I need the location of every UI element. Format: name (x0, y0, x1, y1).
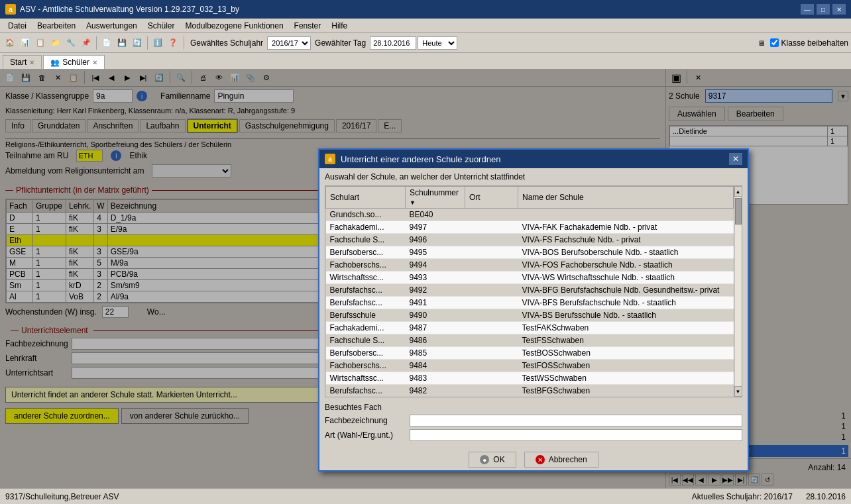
modal-row-1[interactable]: Fachakademi...9497VIVA-FAK Fachakademie … (326, 221, 734, 234)
toolbar-btn-help[interactable]: ❓ (166, 36, 180, 50)
tab-start-label: Start (10, 58, 27, 67)
modal-visited-title: Besuchtes Fach (325, 403, 742, 412)
modal-dialog: a Unterricht einer anderen Schule zuordn… (318, 148, 749, 472)
modal-fachbez-input[interactable] (410, 415, 742, 427)
modal-scrollbar: ▲ ▼ (734, 186, 742, 397)
modal-row-13[interactable]: Wirtschaftssc...9483TestWSSchwaben (326, 372, 734, 385)
ok-label: OK (493, 455, 504, 464)
klasse-beibehalten-checkbox[interactable] (770, 38, 779, 47)
modal-fachbez-label: Fachbezeichnung (325, 416, 404, 425)
toolbar-btn-info[interactable]: ℹ️ (150, 36, 165, 50)
modal-row-3[interactable]: Berufsobersc...9495VIVA-BOS Berufsobersc… (326, 246, 734, 259)
modal-title-bar: a Unterricht einer anderen Schule zuordn… (319, 150, 748, 168)
modal-row-0[interactable]: Grundsch.so...BE040 (326, 209, 734, 221)
modal-abbrechen-button[interactable]: ✕ Abbrechen (524, 452, 598, 468)
title-bar-left: a ASV - Amtliche Schulverwaltung Version… (5, 4, 239, 15)
modal-art-input[interactable] (410, 429, 742, 441)
tab-start[interactable]: Start ✕ (3, 55, 42, 69)
modal-row-9[interactable]: Fachakademi...9487TestFAKSchwaben (326, 322, 734, 334)
modal-buttons: ● OK ✕ Abbrechen (319, 449, 748, 470)
modal-subtitle: Auswahl der Schule, an welcher der Unter… (319, 168, 748, 185)
toolbar-btn-monitor[interactable]: 🖥 (754, 36, 769, 50)
toolbar: 🏠 📊 📋 📁 🔧 📌 📄 💾 🔄 ℹ️ ❓ Gewähltes Schulja… (0, 33, 851, 53)
modal-art-row: Art (Wahl-/Erg.unt.) (325, 429, 742, 441)
modal-col-schulnummer[interactable]: Schulnummer ▼ (406, 187, 465, 209)
cancel-icon: ✕ (536, 455, 545, 464)
menu-bearbeiten[interactable]: Bearbeiten (32, 20, 81, 32)
tab-schueler[interactable]: 👥 Schüler ✕ (43, 55, 105, 69)
modal-icon: a (325, 154, 335, 164)
modal-row-11[interactable]: Berufsobersc...9485TestBOSSchwaben (326, 347, 734, 360)
main-tabs-bar: Start ✕ 👥 Schüler ✕ (0, 53, 851, 69)
maximize-button[interactable]: □ (817, 4, 830, 15)
modal-fachbez-row: Fachbezeichnung (325, 415, 742, 427)
modal-art-label: Art (Wahl-/Erg.unt.) (325, 430, 404, 440)
toolbar-sep-2 (147, 36, 148, 50)
app-title: ASV - Amtliche Schulverwaltung Version 1… (20, 5, 239, 14)
tag-label: Gewählter Tag (315, 38, 366, 48)
title-bar: a ASV - Amtliche Schulverwaltung Version… (0, 0, 851, 19)
modal-table-inner: Schulart Schulnummer ▼ Ort Name der Schu… (325, 186, 734, 397)
status-bar: 9317/Schulleitung,Betreuer ASV Aktuelles… (0, 488, 851, 504)
modal-row-7[interactable]: Berufsfachsc...9491VIVA-BFS Berufsfachsc… (326, 297, 734, 309)
toolbar-btn-3[interactable]: 📋 (33, 36, 48, 50)
minimize-button[interactable]: — (801, 4, 814, 15)
tab-schueler-close[interactable]: ✕ (92, 59, 97, 66)
main-content: 📄 💾 🗑 ✕ 📋 |◀ ◀ ▶ ▶| 🔄 🔍 🖨 👁 📊 📎 ⚙ Klasse… (0, 69, 851, 488)
abbrechen-label: Abbrechen (549, 455, 587, 464)
scroll-thumb[interactable] (735, 198, 742, 225)
status-date: 28.10.2016 (806, 492, 846, 501)
toolbar-sep-3 (184, 36, 184, 50)
title-bar-controls: — □ ✕ (801, 4, 846, 15)
tab-schueler-label: Schüler (62, 58, 89, 67)
menu-modulbezogene[interactable]: Modulbezogene Funktionen (180, 20, 288, 32)
toolbar-btn-6[interactable]: 📌 (79, 36, 93, 50)
schueler-icon: 👥 (50, 58, 60, 67)
status-left: 9317/Schulleitung,Betreuer ASV (5, 492, 119, 501)
modal-col-ort[interactable]: Ort (465, 187, 518, 209)
modal-row-4[interactable]: Fachoberschs...9494VIVA-FOS Fachoberschu… (326, 259, 734, 272)
ok-icon: ● (480, 455, 489, 464)
toolbar-btn-5[interactable]: 🔧 (64, 36, 78, 50)
modal-row-2[interactable]: Fachschule S...9496VIVA-FS Fachschule Nd… (326, 234, 734, 246)
toolbar-sep-1 (96, 36, 97, 50)
tag-input[interactable] (370, 36, 416, 50)
menu-datei[interactable]: Datei (3, 20, 32, 32)
modal-table-section: Schulart Schulnummer ▼ Ort Name der Schu… (325, 185, 742, 397)
toolbar-btn-1[interactable]: 🏠 (3, 36, 17, 50)
modal-row-8[interactable]: Berufsschule9490VIVA-BS Berufsschule Ndb… (326, 309, 734, 322)
schuljahr-select[interactable]: 2016/17 (267, 36, 311, 50)
close-button[interactable]: ✕ (832, 4, 846, 15)
toolbar-btn-7[interactable]: 📄 (99, 36, 114, 50)
tab-start-close[interactable]: ✕ (29, 59, 34, 66)
modal-row-10[interactable]: Fachschule S...9486TestFSSchwaben (326, 334, 734, 347)
modal-col-schulart[interactable]: Schulart (326, 187, 406, 209)
modal-title: Unterricht einer anderen Schule zuordnen (335, 154, 729, 164)
modal-row-6[interactable]: Berufsfachsc...9492VIVA-BFG Berufsfachsc… (326, 284, 734, 297)
modal-schools-table: Schulart Schulnummer ▼ Ort Name der Schu… (325, 186, 734, 397)
app-icon: a (5, 4, 16, 15)
modal-row-12[interactable]: Fachoberschs...9484TestFOSSchwaben (326, 360, 734, 372)
modal-row-5[interactable]: Wirtschaftssc...9493VIVA-WS Wirtschaftss… (326, 272, 734, 284)
scroll-down-button[interactable]: ▼ (734, 386, 742, 397)
menu-auswertungen[interactable]: Auswertungen (81, 20, 142, 32)
scroll-track (735, 197, 742, 386)
menu-fenster[interactable]: Fenster (289, 20, 327, 32)
toolbar-btn-4[interactable]: 📁 (48, 36, 63, 50)
modal-visited-section: Besuchtes Fach Fachbezeichnung Art (Wahl… (319, 400, 748, 449)
menu-bar: Datei Bearbeiten Auswertungen Schüler Mo… (0, 19, 851, 33)
toolbar-btn-8[interactable]: 💾 (115, 36, 129, 50)
heute-select[interactable]: Heute (418, 36, 457, 50)
toolbar-group-left: 🏠 📊 📋 📁 🔧 📌 📄 💾 🔄 ℹ️ ❓ (3, 36, 180, 50)
modal-row-14[interactable]: Berufsfachsc...9482TestBFGSchwaben (326, 385, 734, 397)
menu-schueler[interactable]: Schüler (142, 20, 180, 32)
menu-hilfe[interactable]: Hilfe (326, 20, 353, 32)
modal-ok-button[interactable]: ● OK (469, 452, 516, 468)
toolbar-btn-2[interactable]: 📊 (18, 36, 32, 50)
modal-col-name[interactable]: Name der Schule (518, 187, 734, 209)
klasse-beibehalten-label: Klasse beibehalten (770, 38, 848, 48)
schuljahr-label: Gewähltes Schuljahr (190, 38, 263, 48)
toolbar-btn-9[interactable]: 🔄 (130, 36, 144, 50)
scroll-up-button[interactable]: ▲ (734, 186, 742, 197)
modal-close-button[interactable]: ✕ (729, 153, 742, 165)
